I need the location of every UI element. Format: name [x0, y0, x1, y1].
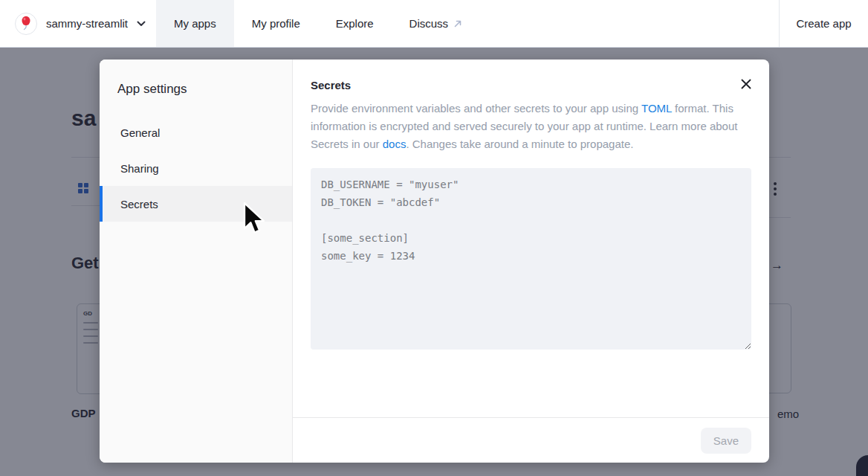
secrets-heading: Secrets [311, 79, 751, 91]
app-settings-modal: App settings General Sharing Secrets Sec… [100, 60, 769, 463]
workspace-avatar [15, 13, 37, 35]
create-app-button[interactable]: Create app [779, 0, 868, 47]
modal-sidebar: App settings General Sharing Secrets [100, 60, 293, 463]
sidebar-item-sharing[interactable]: Sharing [100, 150, 292, 186]
create-app-label: Create app [796, 17, 851, 30]
secrets-textarea[interactable]: DB_USERNAME = "myuser" DB_TOKEN = "abcde… [311, 168, 751, 350]
sidebar-item-label: Secrets [120, 198, 158, 210]
secrets-panel: Secrets Provide environment variables an… [293, 60, 769, 463]
screen: sa Get → GD GDP emo [0, 0, 868, 476]
tab-label: Explore [336, 17, 374, 30]
tab-explore[interactable]: Explore [318, 0, 392, 47]
nav-tabs: My apps My profile Explore Discuss [156, 0, 480, 47]
tab-my-apps[interactable]: My apps [156, 0, 234, 47]
inline-link[interactable]: docs [383, 138, 407, 150]
tab-label: My profile [252, 17, 300, 30]
inline-link[interactable]: TOML [641, 102, 672, 115]
workspace-switcher[interactable]: sammy-streamlit [0, 0, 146, 47]
sidebar-item-label: General [120, 126, 160, 139]
modal-footer: Save [293, 417, 769, 463]
workspace-name: sammy-streamlit [46, 17, 128, 30]
sidebar-item-label: Sharing [120, 162, 159, 175]
external-link-icon [453, 19, 462, 28]
modal-menu: General Sharing Secrets [100, 115, 292, 222]
sidebar-item-secrets[interactable]: Secrets [100, 186, 292, 222]
tab-label: My apps [174, 17, 216, 30]
save-button[interactable]: Save [701, 428, 751, 454]
tab-label: Discuss [409, 17, 449, 30]
balloon-icon [20, 16, 32, 32]
sidebar-item-general[interactable]: General [100, 115, 292, 150]
tab-my-profile[interactable]: My profile [234, 0, 318, 47]
close-icon[interactable] [739, 77, 753, 91]
nav-spacer [480, 0, 779, 47]
modal-title: App settings [117, 82, 292, 97]
top-navigation: sammy-streamlit My apps My profile Explo… [0, 0, 868, 48]
chevron-down-icon [137, 21, 146, 27]
tab-discuss[interactable]: Discuss [392, 0, 481, 47]
secrets-description: Provide environment variables and other … [311, 100, 751, 153]
secrets-content: Secrets Provide environment variables an… [293, 60, 769, 417]
